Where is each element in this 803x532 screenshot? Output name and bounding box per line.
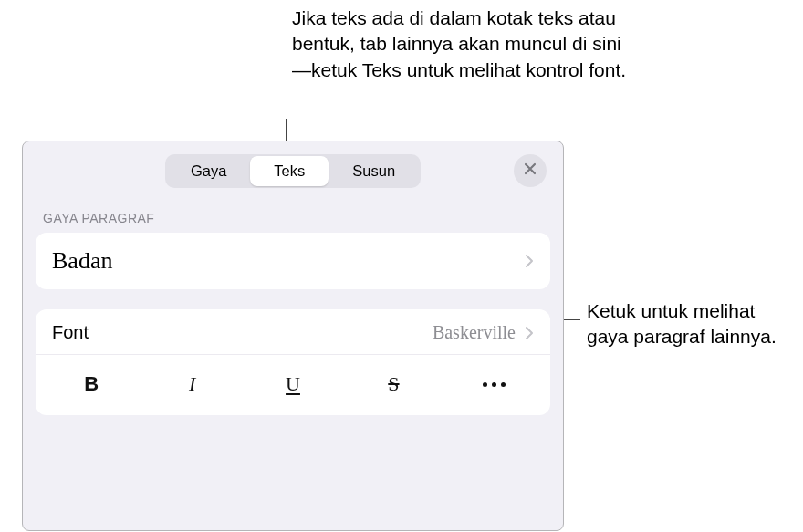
font-label: Font <box>52 322 89 343</box>
strikethrough-icon: S <box>388 372 399 396</box>
close-icon <box>523 162 537 180</box>
font-value: Baskerville <box>433 322 534 343</box>
italic-button[interactable]: I <box>141 366 242 402</box>
bold-button[interactable]: B <box>41 366 141 402</box>
paragraph-style-value: Badan <box>52 247 112 275</box>
ellipsis-icon <box>483 382 506 387</box>
chevron-right-icon <box>525 326 534 340</box>
underline-icon: U <box>286 372 300 396</box>
more-text-options-button[interactable] <box>444 366 545 402</box>
panel-header: Gaya Teks Susun <box>23 141 563 200</box>
format-panel: Gaya Teks Susun GAYA PARAGRAF Badan Font… <box>22 141 564 531</box>
italic-icon: I <box>189 372 195 396</box>
paragraph-style-card: Badan <box>36 233 550 289</box>
text-style-buttons: B I U S <box>36 355 550 415</box>
underline-button[interactable]: U <box>243 366 343 402</box>
callout-tabs-text: Jika teks ada di dalam kotak teks atau b… <box>292 5 630 83</box>
segmented-control: Gaya Teks Susun <box>165 154 421 188</box>
font-card: Font Baskerville B I U S <box>36 309 550 415</box>
strikethrough-button[interactable]: S <box>343 366 443 402</box>
tab-arrange[interactable]: Susun <box>328 156 419 186</box>
paragraph-style-row[interactable]: Badan <box>36 233 550 289</box>
font-row[interactable]: Font Baskerville <box>36 309 550 355</box>
font-name: Baskerville <box>433 322 516 343</box>
callout-paragraph-style: Ketuk untuk melihat gaya paragraf lainny… <box>587 298 783 350</box>
chevron-right-icon <box>525 254 534 268</box>
tab-text[interactable]: Teks <box>250 156 328 186</box>
tab-style[interactable]: Gaya <box>167 156 250 186</box>
close-button[interactable] <box>514 154 547 187</box>
bold-icon: B <box>84 372 99 396</box>
section-label-paragraph-style: GAYA PARAGRAF <box>23 200 563 233</box>
